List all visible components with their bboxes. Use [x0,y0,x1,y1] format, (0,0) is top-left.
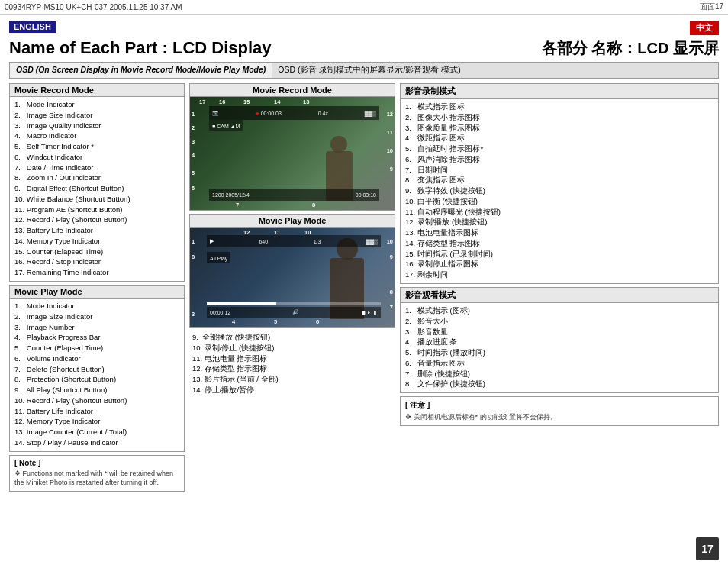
list-item: 3. 图像质量 指示图标 [405,123,714,134]
movie-record-mode-title: Movie Record Mode [10,84,184,97]
play-bottom-4: 4 [232,318,235,325]
center-column: Movie Record Mode 17 16 15 14 13 📷 ● [189,83,395,492]
hud-bottom-bar: 1200 2005/12/4 00:03:18 [209,189,379,201]
play-left-8: 8 [192,253,195,260]
list-item: 11. Battery Life Indicator [14,406,179,417]
header-row: ENGLISH 中文 [9,21,719,35]
list-item: 5. Self Timer Indicator * [14,141,179,152]
list-item: 7. 删除 (快捷按钮) [405,369,714,379]
person-head [330,136,347,153]
movie-record-mode-list: 1. Mode Indicator 2. Image Size Indicato… [14,99,179,278]
play-left-3: 3 [192,311,195,318]
chinese-play-title: 影音观看模式 [401,288,718,303]
top-num-15: 15 [243,98,250,105]
list-item: 7. Delete (Shortcut Button) [14,364,179,375]
left-num-5: 5 [192,169,195,176]
list-item: 2. Image Size Indicator [14,110,179,121]
movie-play-mode-list: 1. Mode Indicator 2. Image Size Indicato… [14,301,179,448]
list-item: 12. Record / Play (Shortcut Button) [14,215,179,225]
page-title-en: Name of Each Part : LCD Display [9,38,272,58]
list-item: 4. Macro Indicator [14,131,179,141]
list-item: 5. 时间指示 (播放时间) [405,347,714,358]
progress-bar-bg [207,302,381,305]
play-bottom-5: 5 [274,318,277,325]
play-right-9: 9 [390,253,393,260]
chinese-record-list: 1. 模式指示 图标 2. 图像大小 指示图标 3. 图像质量 指示图标 4. … [405,102,714,280]
top-bar-left: 00934RYP-MS10 UK+CH-037 2005.11.25 10:37… [5,3,182,11]
right-num-12: 12 [387,111,393,118]
hud-battery: ▓▓▒ [365,111,376,116]
play-hud-size: 640 [259,239,268,244]
hud-remaining: 00:03:18 [356,192,376,198]
list-item: 13. Image Counter (Current / Total) [14,427,179,437]
list-item: 13. Battery Life Indicator [14,225,179,236]
list-item: 5. Counter (Elapsed Time) [14,343,179,353]
top-num-16: 16 [219,98,225,105]
osd-bar: OSD (On Screen Display in Movie Record M… [9,62,719,79]
movie-play-mode-section: Movie Play Mode 1. Mode Indicator 2. Ima… [9,285,185,452]
list-item: 9. All Play (Shortcut Button) [14,385,179,395]
chinese-note-text: ❖ 关闭相机电源后标有* 的功能设 置将不会保持。 [405,412,714,422]
right-num-11: 11 [387,129,393,136]
all-play-label: All Play [207,252,230,263]
top-bar: 00934RYP-MS10 UK+CH-037 2005.11.25 10:37… [0,0,728,15]
list-item: 2. 影音大小 [405,316,714,327]
page-title-cn: 各部分 名称：LCD 显示屏 [542,38,719,59]
play-time: 00:00:12 [210,310,230,315]
play-right-10: 10 [387,238,393,245]
three-col-layout: Movie Record Mode 1. Mode Indicator 2. I… [9,83,719,492]
left-column: Movie Record Mode 1. Mode Indicator 2. I… [9,83,185,492]
center-bottom-chinese-list: 9. 全部播放 (快捷按钮) 10. 录制/停止 (快捷按钮) 11. 电池电量… [189,331,395,397]
progress-bar-fill [207,302,276,305]
play-hud-top: ▶ 640 1/3 ▓▓▒ [207,235,381,247]
right-num-9: 9 [390,166,393,173]
title-row: Name of Each Part : LCD Display 各部分 名称：L… [9,38,719,59]
list-item: 4. 播放进度 条 [405,337,714,347]
list-item: 2. 图像大小 指示图标 [405,112,714,123]
play-btn: ⏹ ▶ ⏸ [361,310,378,315]
chinese-note-section: [ 注意 ] ❖ 关闭相机电源后标有* 的功能设 置将不会保持。 [400,396,719,426]
list-item: 14. Memory Type Indicator [14,236,179,247]
list-item: 4. Playback Progress Bar [14,332,179,343]
play-hud-icon: ▶ [210,238,214,244]
record-mode-image-title: Movie Record Mode [190,84,395,97]
list-item: 13. 影片指示 (当前 / 全部) [192,374,392,385]
list-item: 10. 白平衡 (快捷按钮) [405,196,714,207]
right-num-10: 10 [387,147,393,154]
hud-cam-icon: 📷 [212,110,219,116]
list-item: 4. 微距指示 图标 [405,133,714,144]
hud-rec-dot: ● 00:00:03 [256,110,282,117]
list-item: 17. 剩余时间 [405,269,714,280]
hud-top-bar: 📷 ● 00:00:03 0.4x ▓▓▒ [209,106,379,120]
play-hud-battery: ▓▓▒ [366,239,378,244]
list-item: 9. 全部播放 (快捷按钮) [192,332,392,343]
list-item: 6. 音量指示 图标 [405,358,714,369]
osd-label-cn: OSD (影音 录制模式中的屏幕显示/影音观看 模式) [272,63,718,78]
play-hud-bottom: 00:00:12 🔊 ⏹ ▶ ⏸ [207,307,381,318]
left-num-6: 6 [192,185,195,192]
movie-play-mode-title: Movie Play Mode [10,286,184,299]
list-item: 11. Program AE (Shortcut Button) [14,205,179,215]
list-item: 10. 录制/停止 (快捷按钮) [192,343,392,353]
play-mode-image-box: Movie Play Mode 12 11 10 ▶ 640 1/3 [189,214,395,328]
list-item: 12. 存储类型 指示图标 [192,363,392,374]
list-item: 9. 数字特效 (快捷按钮) [405,186,714,196]
play-right-7: 7 [390,304,393,311]
list-item: 10. White Balance (Shortcut Button) [14,194,179,205]
list-item: 8. Zoom In / Out Indicator [14,173,179,183]
bottom-num-8: 8 [312,202,315,208]
list-item: 15. Counter (Elapsed Time) [14,247,179,257]
list-item: 1. Mode Indicator [14,99,179,110]
list-item: 14. 存储类型 指示图标 [405,238,714,249]
list-item: 13. 电池电量指示图标 [405,228,714,238]
list-item: 5. 自拍延时 指示图标* [405,144,714,154]
play-mode-image: 12 11 10 ▶ 640 1/3 ▓▓▒ All Play [190,228,395,327]
list-item: 1. 模式指示 图标 [405,102,714,112]
list-item: 6. Volume Indicator [14,353,179,364]
top-bar-right: 面面17 [700,2,723,12]
list-item: 7. Date / Time Indicator [14,163,179,173]
list-item: 12. 录制/播放 (快捷按钮) [405,217,714,228]
play-left-1: 1 [192,238,195,245]
page-number: 17 [696,537,719,560]
list-item: 1. 模式指示 (图标) [405,305,714,316]
